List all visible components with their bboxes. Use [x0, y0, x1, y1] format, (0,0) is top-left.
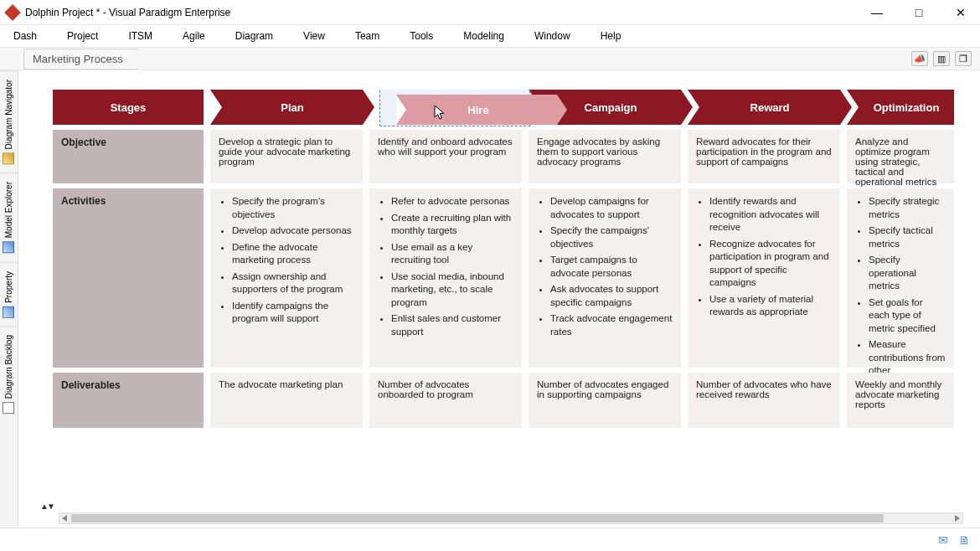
cell-reward-objective[interactable]: Reward advocates for their participation… [688, 130, 840, 183]
stages-header-label: Stages [53, 90, 204, 125]
cell-campaign-activities[interactable]: Develop campaigns for advocates to suppo… [529, 188, 681, 368]
row-label-activities: Activities [53, 188, 204, 368]
stage-column-reward: Reward Reward advocates for their partic… [688, 90, 840, 428]
toolbar-window-icon[interactable]: ❐ [955, 51, 972, 66]
breadcrumb-bar: Marketing Process 📣 ▥ ❐ [0, 47, 980, 70]
menu-dash[interactable]: Dash [13, 30, 37, 42]
breadcrumb-current[interactable]: Marketing Process [23, 49, 139, 70]
menu-help[interactable]: Help [601, 30, 622, 42]
cell-optimization-activities[interactable]: Specify strategic metrics Specify tactic… [847, 188, 954, 368]
stage-header-plan[interactable]: Plan [210, 90, 363, 125]
cell-optimization-deliverables[interactable]: Weekly and monthly advocate marketing re… [847, 373, 954, 428]
cell-plan-activities[interactable]: Specify the program's objectives Develop… [210, 188, 363, 368]
menu-window[interactable]: Window [534, 30, 570, 42]
menu-itsm[interactable]: ITSM [128, 30, 152, 42]
toolbar-layout-icon[interactable]: ▥ [933, 51, 950, 66]
labels-column: Stages Objective Activities Deliverables [53, 90, 204, 428]
maximize-button[interactable]: □ [906, 6, 931, 19]
model-explorer-icon [3, 242, 15, 254]
stage-header-optimization[interactable]: Optimization [847, 90, 954, 125]
cell-reward-deliverables[interactable]: Number of advocates who have received re… [688, 373, 840, 428]
side-tab-diagram-navigator[interactable]: Diagram Navigator [0, 70, 18, 173]
cell-hire-objective[interactable]: Identify and onboard advocates who will … [369, 130, 522, 183]
stage-column-plan: Plan Develop a strategic plan to guide y… [210, 90, 363, 428]
stage-header-reward[interactable]: Reward [688, 90, 840, 125]
workspace: Diagram Navigator Model Explorer Propert… [0, 70, 980, 528]
row-label-deliverables: Deliverables [53, 373, 204, 428]
cell-plan-deliverables[interactable]: The advocate marketing plan [210, 373, 363, 428]
cell-campaign-objective[interactable]: Engage advocates by asking them to suppo… [529, 130, 681, 183]
horizontal-scrollbar[interactable] [59, 512, 963, 524]
journey-grid: Stages Objective Activities Deliverables… [53, 90, 969, 428]
canvas[interactable]: Hire Stages Objective Activities Deliver… [18, 70, 980, 528]
scrollbar-thumb[interactable] [71, 514, 884, 523]
side-tab-diagram-backlog[interactable]: Diagram Backlog [0, 326, 18, 422]
menu-agile[interactable]: Agile [183, 30, 205, 42]
cell-optimization-objective[interactable]: Analyze and optimize program using strat… [847, 130, 954, 183]
status-doc-icon[interactable]: 🗎 [958, 533, 970, 547]
menu-diagram[interactable]: Diagram [235, 30, 273, 42]
menu-tools[interactable]: Tools [410, 30, 433, 42]
menu-view[interactable]: View [303, 30, 325, 42]
menu-bar: Dash Project ITSM Agile Diagram View Tea… [0, 25, 980, 47]
cell-hire-activities[interactable]: Refer to advocate personas Create a recr… [369, 188, 522, 368]
diagram-navigator-icon [3, 152, 15, 164]
property-icon [3, 306, 15, 317]
menu-project[interactable]: Project [67, 30, 98, 42]
dragged-stage-hire[interactable]: Hire [396, 95, 557, 125]
stage-column-campaign: Campaign Engage advocates by asking them… [529, 90, 681, 428]
cell-plan-objective[interactable]: Develop a strategic plan to guide your a… [210, 130, 363, 183]
minimize-button[interactable]: — [864, 6, 890, 19]
close-button[interactable]: ✕ [948, 6, 973, 19]
stage-column-hire: Identify and onboard advocates who will … [369, 90, 522, 428]
cell-campaign-deliverables[interactable]: Number of advocates engaged in supportin… [529, 373, 681, 428]
cell-reward-activities[interactable]: Identify rewards and recognition advocat… [688, 188, 840, 368]
menu-team[interactable]: Team [355, 30, 379, 42]
status-mail-icon[interactable]: ✉ [938, 533, 948, 547]
diagram-backlog-icon [3, 403, 15, 415]
side-tabs: Diagram Navigator Model Explorer Propert… [0, 70, 18, 528]
window-title: Dolphin Project * - Visual Paradigm Ente… [25, 7, 864, 18]
side-tab-property[interactable]: Property [0, 262, 18, 327]
toolbar-megaphone-icon[interactable]: 📣 [911, 51, 928, 66]
title-bar: Dolphin Project * - Visual Paradigm Ente… [0, 0, 980, 25]
stage-column-optimization: Optimization Analyze and optimize progra… [847, 90, 954, 428]
menu-modeling[interactable]: Modeling [463, 30, 504, 42]
app-icon [4, 4, 21, 21]
side-tab-model-explorer[interactable]: Model Explorer [0, 173, 18, 261]
status-bar: ✉ 🗎 [0, 528, 980, 551]
row-label-objective: Objective [53, 130, 204, 183]
splitter-handle[interactable]: ▲▼ [40, 502, 54, 511]
cell-hire-deliverables[interactable]: Number of advocates onboarded to program [369, 373, 522, 428]
